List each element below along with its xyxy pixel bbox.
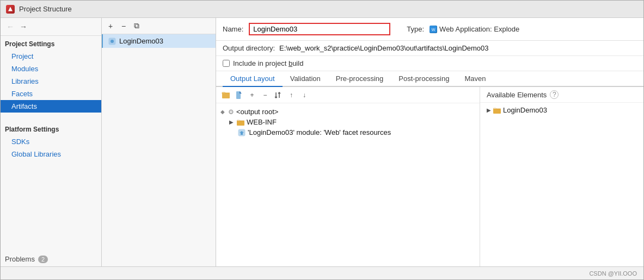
credit-text: CSDN @YII.OOO: [589, 270, 637, 277]
app-window: Project Structure ← → Project Settings P…: [0, 0, 644, 280]
sidebar-item-modules[interactable]: Modules: [1, 63, 101, 75]
sidebar-item-project[interactable]: Project: [1, 50, 101, 63]
artifact-toolbar: + − ⧉: [102, 18, 216, 34]
platform-settings-header: Platform Settings: [1, 121, 101, 135]
folder-closed-icon: [237, 119, 244, 126]
tree-item-module-resources[interactable]: 'LoginDemo03' module: 'Web' facet resour…: [220, 127, 475, 138]
window-title: Project Structure: [19, 5, 72, 13]
layout-btn-sort[interactable]: [273, 90, 284, 101]
layout-toolbar: + − ↑ ↓: [216, 87, 480, 103]
type-label: Type:: [407, 25, 424, 33]
copy-artifact-button[interactable]: ⧉: [131, 21, 142, 32]
tree-item-module-label: 'LoginDemo03' module: 'Web' facet resour…: [248, 128, 391, 136]
svg-rect-4: [222, 93, 230, 98]
tab-maven[interactable]: Maven: [457, 71, 493, 87]
project-settings-header: Project Settings: [1, 36, 101, 50]
layout-tree: ◆ ⚙ <output root> ▶: [216, 103, 480, 141]
tab-output-layout[interactable]: Output Layout: [223, 71, 283, 87]
tab-pre-processing[interactable]: Pre-processing: [328, 71, 391, 87]
remove-artifact-button[interactable]: −: [118, 21, 129, 32]
problems-label: Problems: [5, 255, 35, 263]
folder-icon: [222, 91, 230, 99]
content-area: + − ⧉ LoginDemo03: [102, 18, 643, 266]
available-tree: ▶ LoginDemo03: [480, 103, 643, 117]
nav-back[interactable]: ←: [5, 21, 16, 32]
tab-post-processing[interactable]: Post-processing: [391, 71, 457, 87]
output-dir-row: Output directory: E:\web_work_s2\practic…: [216, 41, 643, 56]
sidebar-item-facets[interactable]: Facets: [1, 88, 101, 100]
module-resources-icon: [238, 129, 246, 136]
sidebar: ← → Project Settings Project Modules Lib…: [1, 18, 102, 266]
main-area: ← → Project Settings Project Modules Lib…: [1, 18, 643, 266]
svg-rect-6: [237, 121, 244, 126]
right-panel: Name: Type: W Web Application: Explode: [216, 18, 643, 266]
tabs-bar: Output Layout Validation Pre-processing …: [216, 71, 643, 87]
tree-item-output-root[interactable]: ◆ ⚙ <output root>: [220, 107, 475, 117]
output-dir-label: Output directory:: [223, 44, 275, 52]
include-build-label: Include in project build: [233, 59, 303, 67]
artifact-item[interactable]: LoginDemo03: [102, 34, 216, 48]
title-bar: Project Structure: [1, 1, 643, 18]
add-artifact-button[interactable]: +: [105, 21, 116, 32]
available-item-logindemo03[interactable]: ▶ LoginDemo03: [487, 106, 637, 114]
include-build-checkbox[interactable]: [223, 60, 230, 67]
available-panel: Available Elements ? ▶: [480, 87, 643, 266]
layout-btn-down[interactable]: ↓: [299, 90, 310, 101]
tree-item-webinf[interactable]: ▶ WEB-INF: [220, 117, 475, 127]
name-label: Name:: [223, 25, 243, 33]
layout-btn-up[interactable]: ↑: [286, 90, 297, 101]
problems-badge: 2: [38, 256, 48, 263]
available-item-label: LoginDemo03: [503, 106, 547, 114]
available-elements-label: Available Elements: [487, 91, 547, 99]
svg-point-1: [111, 40, 114, 43]
artifact-item-label: LoginDemo03: [119, 37, 163, 45]
sidebar-item-libraries[interactable]: Libraries: [1, 75, 101, 88]
nav-forward[interactable]: →: [18, 21, 29, 32]
sort-icon: [274, 91, 283, 99]
tree-item-webinf-arrow: ▶: [229, 119, 235, 125]
type-icon: W: [430, 26, 437, 33]
file-icon: [235, 91, 243, 99]
svg-rect-8: [493, 109, 501, 114]
layout-btn-remove[interactable]: −: [260, 90, 271, 101]
bottom-bar: CSDN @YII.OOO: [1, 266, 643, 279]
layout-area: + − ↑ ↓: [216, 87, 643, 266]
layout-btn-file[interactable]: [234, 90, 244, 101]
sidebar-item-artifacts[interactable]: Artifacts: [1, 100, 101, 113]
available-folder-icon: [493, 107, 501, 114]
tree-item-output-root-label: <output root>: [236, 108, 278, 116]
layout-btn-add[interactable]: +: [247, 90, 257, 101]
problems-row[interactable]: Problems 2: [1, 252, 101, 266]
app-icon: [6, 5, 15, 14]
type-text: Web Application: Explode: [439, 25, 519, 33]
tab-validation[interactable]: Validation: [283, 71, 328, 87]
output-root-icon: ⚙: [228, 108, 234, 116]
sidebar-spacer: [1, 113, 101, 121]
name-input[interactable]: [249, 23, 390, 35]
sidebar-item-global-libraries[interactable]: Global Libraries: [1, 148, 101, 160]
artifact-item-icon: [108, 38, 116, 45]
artifact-list-panel: + − ⧉ LoginDemo03: [102, 18, 216, 266]
web-app-icon: W: [430, 26, 437, 33]
tree-item-no-arrow: ◆: [220, 109, 226, 115]
available-help-icon[interactable]: ?: [550, 90, 559, 99]
output-layout-panel: + − ↑ ↓: [216, 87, 480, 266]
layout-btn-folder[interactable]: [220, 90, 231, 101]
include-build-row: Include in project build: [216, 56, 643, 71]
output-dir-path: E:\web_work_s2\practice\LoginDemo03\out\…: [279, 44, 488, 52]
available-elements-header: Available Elements ?: [480, 87, 643, 103]
details-toolbar: Name: Type: W Web Application: Explode: [216, 18, 643, 41]
type-value: W Web Application: Explode: [430, 25, 519, 33]
svg-text:W: W: [432, 28, 436, 32]
available-item-arrow: ▶: [487, 107, 491, 113]
nav-arrows: ← →: [1, 18, 101, 36]
tree-item-webinf-label: WEB-INF: [247, 118, 277, 126]
sidebar-item-sdks[interactable]: SDKs: [1, 135, 101, 148]
